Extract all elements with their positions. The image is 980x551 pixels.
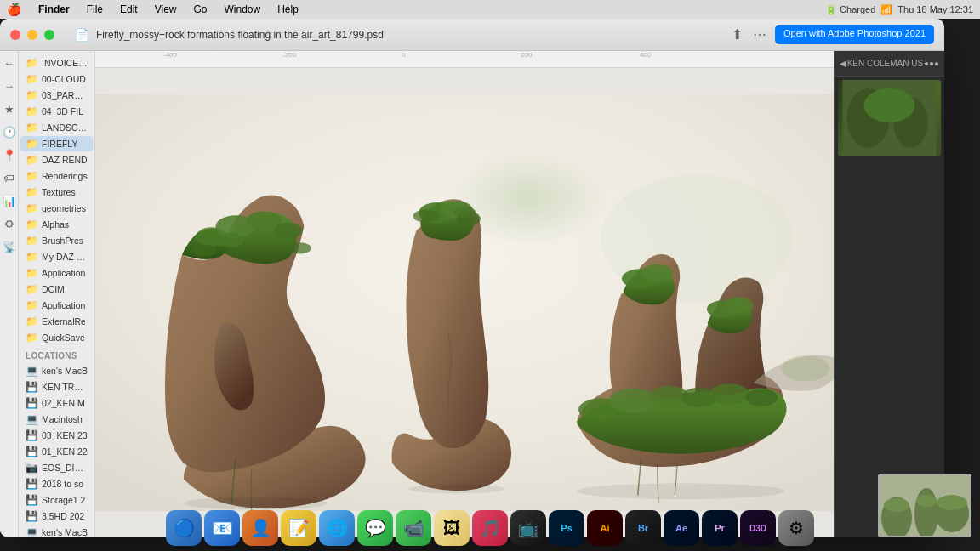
panel-ctrl-right[interactable]: ●●●: [924, 59, 939, 68]
dock-br[interactable]: Br: [625, 510, 661, 546]
sidebar-favorites: 📁 INVOICES > 📁 00-CLOUD 📁 03_PARTIC 📁 04…: [19, 55, 94, 345]
toolbar-icon-5[interactable]: 📊: [0, 192, 19, 210]
favorites-icon[interactable]: ★: [2, 100, 17, 118]
svg-point-24: [191, 244, 215, 257]
svg-point-26: [288, 242, 311, 253]
ruler-mark-200: 200: [521, 51, 532, 59]
maximize-button[interactable]: [44, 30, 54, 40]
dock-photos[interactable]: 🖼: [434, 510, 470, 546]
sidebar-item-partic[interactable]: 📁 03_PARTIC: [20, 88, 93, 103]
clock: Thu 18 May 12:31: [897, 4, 973, 14]
menu-edit[interactable]: Edit: [117, 3, 141, 15]
folder-icon: 📁: [26, 89, 38, 101]
sidebar-item-external[interactable]: 📁 ExternalRe: [20, 314, 93, 329]
sidebar-item-applications2[interactable]: 📁 Application: [20, 298, 93, 313]
more-options-icon[interactable]: ⋯: [751, 25, 768, 44]
sidebar-item-cloud[interactable]: 📁 00-CLOUD: [20, 71, 93, 87]
ruler-mark-0: 0: [402, 51, 405, 59]
ruler-mark-400neg: -400: [163, 51, 177, 59]
folder-icon: 📁: [26, 283, 38, 295]
apple-menu[interactable]: 🍎: [7, 3, 21, 16]
dock-daz[interactable]: D3D: [740, 510, 776, 546]
sidebar-item-01ken[interactable]: 💾 01_KEN 22: [20, 444, 93, 459]
sidebar-item-invoices[interactable]: 📁 INVOICES >: [20, 55, 93, 71]
ruler-mark-200neg: -200: [282, 51, 296, 59]
sidebar-item-geometries[interactable]: 📁 geometries: [20, 201, 93, 216]
ruler-top: -400 -200 0 200 400: [95, 51, 834, 68]
menu-window[interactable]: Window: [221, 3, 265, 15]
sidebar-item-renderings[interactable]: 📁 Renderings: [20, 168, 93, 184]
title-actions: ⬆ ⋯ Open with Adobe Photoshop 2021: [730, 25, 934, 44]
folder-icon: 📁: [26, 299, 38, 311]
back-icon[interactable]: ←: [1, 54, 17, 72]
folder-icon: 📁: [26, 332, 38, 344]
menu-view[interactable]: View: [151, 3, 180, 15]
menu-right-side: 🔋 Charged 📶 Thu 18 May 12:31: [825, 4, 973, 15]
close-button[interactable]: [10, 30, 20, 40]
sidebar-item-mydaz[interactable]: 📁 My DAZ 3D: [20, 249, 93, 264]
sidebar-item-daz[interactable]: 📁 DAZ REND: [20, 152, 93, 168]
sidebar-item-textures[interactable]: 📁 Textures: [20, 185, 93, 200]
menu-go[interactable]: Go: [191, 3, 211, 15]
dock-finder[interactable]: 🔵: [166, 510, 202, 546]
sidebar-item-quicksave[interactable]: 📁 QuickSave: [20, 330, 93, 345]
computer-icon: 💻: [26, 413, 38, 425]
folder-icon: 📁: [26, 138, 38, 150]
sidebar-item-macintosh[interactable]: 💻 Macintosh: [20, 412, 93, 427]
sidebar-item-travel[interactable]: 💾 KEN TRAVE: [20, 379, 93, 395]
dock-system-prefs[interactable]: ⚙: [778, 510, 814, 546]
sidebar-item-kens-macbook[interactable]: 💻 ken's MacB: [20, 363, 93, 378]
dock-contacts[interactable]: 👤: [242, 510, 278, 546]
sidebar-item-applications1[interactable]: 📁 Application: [20, 265, 93, 281]
window-title: Firefly_mossy+rock formations floating i…: [96, 29, 723, 41]
canvas-area: [95, 68, 834, 537]
dock-tv[interactable]: 📺: [510, 510, 546, 546]
sidebar-item-firefly[interactable]: 📁 FIREFLY: [20, 136, 93, 151]
dock-music[interactable]: 🎵: [472, 510, 508, 546]
menu-file[interactable]: File: [83, 3, 106, 15]
dock-safari[interactable]: 🌐: [319, 510, 355, 546]
sidebar-item-landscape[interactable]: 📁 LANDSCAP: [20, 120, 93, 135]
drive-icon: 💾: [26, 429, 38, 441]
dock-facetime[interactable]: 📹: [396, 510, 431, 546]
panel-title: KEN COLEMAN US: [847, 59, 923, 68]
thumb-svg: [838, 80, 941, 156]
airdrop-icon[interactable]: 📡: [0, 238, 19, 256]
panel-ctrl-left[interactable]: ◀: [840, 59, 846, 68]
menu-finder[interactable]: Finder: [35, 3, 73, 15]
dock-notes[interactable]: 📝: [281, 510, 316, 546]
sidebar-item-03ken[interactable]: 💾 03_KEN 23: [20, 428, 93, 443]
recents-icon[interactable]: 🕐: [0, 123, 19, 141]
tags-icon[interactable]: 🏷: [1, 169, 17, 187]
sidebar-item-3d[interactable]: 📁 04_3D FIL: [20, 104, 93, 119]
dock-messages[interactable]: 💬: [357, 510, 393, 546]
dock-mail[interactable]: 📧: [204, 510, 240, 546]
wifi-icon: 📶: [880, 4, 892, 15]
sidebar-item-eos[interactable]: 📷 EOS_DIGIT: [20, 460, 93, 475]
dock: 🔵 📧 👤 📝 🌐 💬 📹 🖼 🎵 📺 Ps Ai Br Ae Pr D3D ⚙: [0, 498, 980, 549]
sidebar: 📁 INVOICES > 📁 00-CLOUD 📁 03_PARTIC 📁 04…: [19, 51, 95, 537]
toolbar-icon-6[interactable]: ⚙: [2, 215, 17, 233]
dock-ps[interactable]: Ps: [549, 510, 584, 546]
sidebar-item-02ken[interactable]: 💾 02_KEN M: [20, 395, 93, 411]
sidebar-item-brushpresets[interactable]: 📁 BrushPres: [20, 233, 93, 248]
svg-point-11: [408, 484, 504, 493]
locations-icon[interactable]: 📍: [0, 146, 19, 164]
dock-pr[interactable]: Pr: [702, 510, 738, 546]
menu-help[interactable]: Help: [274, 3, 302, 15]
sidebar-item-dcim[interactable]: 📁 DCIM: [20, 281, 93, 297]
forward-icon[interactable]: →: [1, 77, 17, 95]
folder-icon: 📁: [26, 235, 38, 247]
share-icon[interactable]: ⬆: [730, 25, 744, 44]
open-with-button[interactable]: Open with Adobe Photoshop 2021: [775, 25, 934, 44]
sidebar-item-alphas[interactable]: 📁 Alphas: [20, 217, 93, 232]
folder-icon: 📁: [26, 315, 38, 327]
dock-ai[interactable]: Ai: [587, 510, 623, 546]
dock-ae[interactable]: Ae: [664, 510, 699, 546]
thumbnail-1[interactable]: [838, 80, 941, 156]
computer-icon: 💻: [26, 365, 38, 377]
menubar: 🍎 Finder File Edit View Go Window Help 🔋…: [0, 0, 980, 19]
folder-icon: 📁: [26, 154, 38, 166]
minimize-button[interactable]: [27, 30, 37, 40]
sidebar-item-2018[interactable]: 💾 2018 to so: [20, 476, 93, 491]
